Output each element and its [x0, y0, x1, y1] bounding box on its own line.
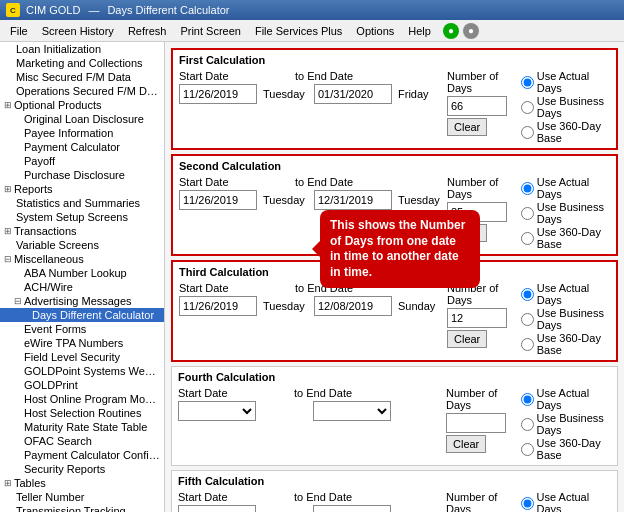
sidebar-item-ach[interactable]: ACH/Wire: [0, 280, 164, 294]
radio-actual-4[interactable]: Use Actual Days: [521, 387, 611, 411]
to-end-date-label-4: to End Date: [294, 387, 352, 399]
expander-icon: ⊞: [4, 100, 12, 110]
menu-screen-history[interactable]: Screen History: [36, 23, 120, 39]
sidebar-item-maturity[interactable]: Maturity Rate State Table: [0, 420, 164, 434]
sidebar-item-loan-init[interactable]: Loan Initialization: [0, 42, 164, 56]
sidebar: Loan Initialization Marketing and Collec…: [0, 42, 165, 512]
menu-file-services[interactable]: File Services Plus: [249, 23, 348, 39]
sidebar-item-ops-secured[interactable]: Operations Secured F/M Data: [0, 84, 164, 98]
expander-icon-adv: ⊟: [14, 296, 22, 306]
sidebar-item-purchase[interactable]: Purchase Disclosure: [0, 168, 164, 182]
expander-icon-reports: ⊞: [4, 184, 12, 194]
num-days-input-3[interactable]: [447, 308, 507, 328]
radio-360-3[interactable]: Use 360-Day Base: [521, 332, 610, 356]
to-end-date-label-5: to End Date: [294, 491, 352, 503]
menu-print-screen[interactable]: Print Screen: [174, 23, 247, 39]
title-separator: —: [88, 4, 99, 16]
fifth-calc-title: Fifth Calculation: [178, 475, 611, 487]
sidebar-item-payee[interactable]: Payee Information: [0, 126, 164, 140]
end-date-input-2[interactable]: [314, 190, 392, 210]
radio-business-1[interactable]: Use Business Days: [521, 95, 610, 119]
start-date-label-1: Start Date: [179, 70, 239, 82]
num-days-label-4: Number of Days: [446, 387, 511, 411]
sidebar-item-aba[interactable]: ABA Number Lookup: [0, 266, 164, 280]
sidebar-group-misc[interactable]: ⊟Miscellaneous: [0, 252, 164, 266]
sidebar-item-ewire[interactable]: eWire TPA Numbers: [0, 336, 164, 350]
fourth-calc-title: Fourth Calculation: [178, 371, 611, 383]
clear-button-1[interactable]: Clear: [447, 118, 487, 136]
menu-help[interactable]: Help: [402, 23, 437, 39]
menu-refresh[interactable]: Refresh: [122, 23, 173, 39]
menu-bar: File Screen History Refresh Print Screen…: [0, 20, 624, 42]
sidebar-group-transactions[interactable]: ⊞Transactions: [0, 224, 164, 238]
sidebar-item-event-forms[interactable]: Event Forms: [0, 322, 164, 336]
sidebar-item-field-security[interactable]: Field Level Security: [0, 350, 164, 364]
sidebar-item-goldprint[interactable]: GOLDPrint: [0, 378, 164, 392]
start-day-label-2: Tuesday: [263, 194, 308, 206]
sidebar-item-orig-loan[interactable]: Original Loan Disclosure: [0, 112, 164, 126]
end-date-select-5[interactable]: [313, 505, 391, 512]
sidebar-item-payment-config[interactable]: Payment Calculator Configuration: [0, 448, 164, 462]
sidebar-item-ofac[interactable]: OFAC Search: [0, 434, 164, 448]
start-date-select-4[interactable]: [178, 401, 256, 421]
start-date-input-1[interactable]: [179, 84, 257, 104]
end-date-input-1[interactable]: [314, 84, 392, 104]
sidebar-item-host-selection[interactable]: Host Selection Routines: [0, 406, 164, 420]
radio-business-3[interactable]: Use Business Days: [521, 307, 610, 331]
radio-business-2[interactable]: Use Business Days: [521, 201, 610, 225]
to-end-date-label-1: to End Date: [295, 70, 353, 82]
radio-360-4[interactable]: Use 360-Day Base: [521, 437, 611, 461]
start-date-label-3: Start Date: [179, 282, 239, 294]
sidebar-item-days-calc[interactable]: Days Different Calculator: [0, 308, 164, 322]
start-date-label-5: Start Date: [178, 491, 238, 503]
sidebar-item-misc-secured[interactable]: Misc Secured F/M Data: [0, 70, 164, 84]
menu-options[interactable]: Options: [350, 23, 400, 39]
start-day-label-1: Tuesday: [263, 88, 308, 100]
gray-circle-icon[interactable]: ●: [463, 23, 479, 39]
end-day-label-2: Tuesday: [398, 194, 443, 206]
app-icon: C: [6, 3, 20, 17]
radio-360-1[interactable]: Use 360-Day Base: [521, 120, 610, 144]
sidebar-group-reports[interactable]: ⊞Reports: [0, 182, 164, 196]
sidebar-item-payoff[interactable]: Payoff: [0, 154, 164, 168]
sidebar-item-system-setup[interactable]: System Setup Screens: [0, 210, 164, 224]
sidebar-item-marketing[interactable]: Marketing and Collections: [0, 56, 164, 70]
num-days-input-4[interactable]: [446, 413, 506, 433]
sidebar-item-host-monitor[interactable]: Host Online Program Monitor: [0, 392, 164, 406]
sidebar-item-payment-calc[interactable]: Payment Calculator: [0, 140, 164, 154]
start-date-input-2[interactable]: [179, 190, 257, 210]
clear-button-4[interactable]: Clear: [446, 435, 486, 453]
start-date-select-5[interactable]: [178, 505, 256, 512]
sidebar-group-optional[interactable]: ⊞Optional Products: [0, 98, 164, 112]
radio-actual-1[interactable]: Use Actual Days: [521, 70, 610, 94]
sidebar-item-stats[interactable]: Statistics and Summaries: [0, 196, 164, 210]
end-date-input-3[interactable]: [314, 296, 392, 316]
clear-button-3[interactable]: Clear: [447, 330, 487, 348]
radio-business-4[interactable]: Use Business Days: [521, 412, 611, 436]
radio-360-2[interactable]: Use 360-Day Base: [521, 226, 610, 250]
sidebar-group-tables[interactable]: ⊞Tables: [0, 476, 164, 490]
num-days-label-2: Number of Days: [447, 176, 511, 200]
radio-actual-2[interactable]: Use Actual Days: [521, 176, 610, 200]
sidebar-group-advertising[interactable]: ⊟Advertising Messages: [0, 294, 164, 308]
green-circle-icon[interactable]: ●: [443, 23, 459, 39]
sidebar-item-security-reports[interactable]: Security Reports: [0, 462, 164, 476]
menu-file[interactable]: File: [4, 23, 34, 39]
end-day-label-3: Sunday: [398, 300, 443, 312]
sidebar-item-goldpoint-web[interactable]: GOLDPoint Systems Web Page: [0, 364, 164, 378]
to-end-date-label-2: to End Date: [295, 176, 353, 188]
sidebar-item-teller[interactable]: Teller Number: [0, 490, 164, 504]
num-days-input-1[interactable]: [447, 96, 507, 116]
end-day-label-1: Friday: [398, 88, 443, 100]
title-bar: C CIM GOLD — Days Different Calculator: [0, 0, 624, 20]
radio-actual-3[interactable]: Use Actual Days: [521, 282, 610, 306]
sidebar-item-variable-screens[interactable]: Variable Screens: [0, 238, 164, 252]
start-date-input-3[interactable]: [179, 296, 257, 316]
first-calculation-section: First Calculation Start Date to End Date…: [171, 48, 618, 150]
second-calc-title: Second Calculation: [179, 160, 610, 172]
end-date-select-4[interactable]: [313, 401, 391, 421]
start-date-label-2: Start Date: [179, 176, 239, 188]
radio-actual-5[interactable]: Use Actual Days: [521, 491, 611, 512]
start-date-label-4: Start Date: [178, 387, 238, 399]
sidebar-item-transmission[interactable]: Transmission Tracking: [0, 504, 164, 512]
